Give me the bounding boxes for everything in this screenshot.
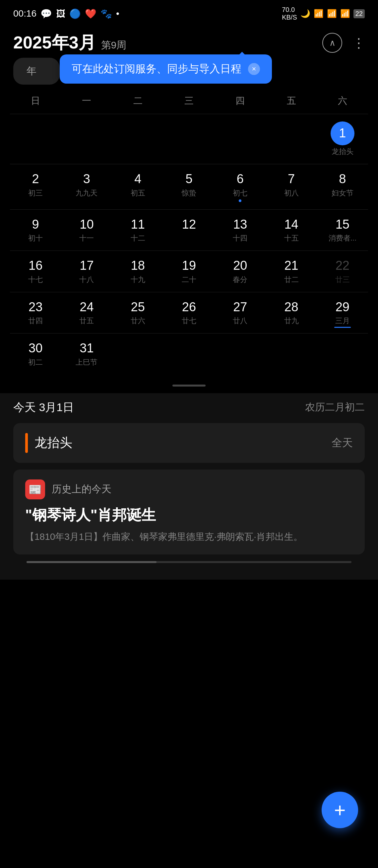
event-time: 全天: [332, 436, 353, 450]
day-lunar: 廿四: [28, 316, 43, 326]
day-empty: [317, 338, 368, 370]
day-mar-16[interactable]: 16 十七: [10, 255, 61, 287]
day-mar-22[interactable]: 22 廿三: [317, 255, 368, 287]
day-mar-26[interactable]: 26 廿七: [164, 297, 214, 329]
day-mar-13[interactable]: 13 十四: [214, 214, 266, 246]
header-actions: ∧ ⋮: [322, 33, 365, 53]
event-card-longtoitou[interactable]: 龙抬头 全天: [13, 423, 365, 463]
day-mar-10[interactable]: 10 十一: [61, 214, 112, 246]
weekday-thu: 四: [214, 91, 266, 111]
history-icon: 📰: [25, 479, 45, 499]
day-number: 27: [233, 300, 247, 315]
day-mar-28[interactable]: 28 廿九: [266, 297, 317, 329]
day-mar-15[interactable]: 15 消费者...: [317, 214, 368, 246]
year-selector[interactable]: 年: [13, 58, 60, 85]
day-number: 4: [134, 172, 141, 187]
day-mar-2[interactable]: 2 初三: [10, 169, 61, 205]
day-mar-27[interactable]: 27 廿八: [214, 297, 266, 329]
day-mar-30[interactable]: 30 初二: [10, 338, 61, 370]
day-empty: [214, 338, 266, 370]
day-mar-21[interactable]: 21 廿二: [266, 255, 317, 287]
day-mar-8[interactable]: 8 妇女节: [317, 169, 368, 205]
day-lunar: 廿九: [284, 316, 299, 326]
weekday-fri: 五: [266, 91, 317, 111]
day-lunar: 三月: [335, 316, 350, 326]
drag-handle[interactable]: [0, 378, 378, 393]
day-lunar: 二十: [182, 275, 196, 285]
year-month-label: 2025年3月: [13, 31, 96, 54]
today-header: 今天 3月1日 农历二月初二: [13, 400, 365, 415]
day-mar-12[interactable]: 12: [164, 214, 214, 246]
signal1-icon: 📶: [327, 9, 337, 18]
day-number: 3: [83, 172, 90, 187]
day-mar-9[interactable]: 9 初十: [10, 214, 61, 246]
more-button[interactable]: ⋮: [352, 36, 365, 50]
day-number: 18: [131, 258, 145, 273]
weekday-wed: 三: [164, 91, 214, 111]
day-mar-29[interactable]: 29 三月: [317, 297, 368, 329]
day-mar-4[interactable]: 4 初五: [112, 169, 164, 205]
event-left: 龙抬头: [25, 433, 72, 453]
day-number: 2: [32, 172, 39, 187]
event-title: 龙抬头: [34, 434, 72, 451]
day-mar-24[interactable]: 24 廿五: [61, 297, 112, 329]
week-row-2: 2 初三 3 九九天 4 初五 5 惊蛰 6 初七 7 初八 8 妇女节: [10, 164, 368, 209]
day-lunar: 初二: [28, 358, 43, 367]
tooltip-close-button[interactable]: ×: [248, 63, 260, 75]
day-number: 20: [233, 258, 247, 273]
bottom-scrollbar[interactable]: [27, 561, 351, 563]
day-lunar: 十八: [79, 275, 94, 285]
day-mar-17[interactable]: 17 十八: [61, 255, 112, 287]
event-dot: [239, 199, 241, 202]
history-card[interactable]: 📰 历史上的今天 "钢琴诗人"肖邦诞生 【1810年3月1日】作曲家、钢琴家弗里…: [13, 469, 365, 554]
day-number: 12: [182, 217, 196, 232]
today-label: 今天 3月1日: [13, 400, 74, 415]
day-lunar: 妇女节: [332, 188, 353, 198]
day-number: 16: [29, 258, 42, 273]
bottom-panel: 今天 3月1日 农历二月初二 龙抬头 全天 📰 历史上的今天 "钢琴诗人"肖邦诞…: [0, 393, 378, 580]
day-mar-5[interactable]: 5 惊蛰: [164, 169, 214, 205]
dot-icon: •: [116, 8, 119, 19]
day-lunar: 廿七: [182, 316, 196, 326]
day-empty: [112, 338, 164, 370]
day-mar-6[interactable]: 6 初七: [214, 169, 266, 205]
day-number: 17: [79, 258, 94, 273]
day-mar-3[interactable]: 3 九九天: [61, 169, 112, 205]
calendar-grid: 日 一 二 三 四 五 六 1 龙抬头 2 初三 3 九九天 4 初五: [0, 88, 378, 375]
day-lunar: 廿三: [335, 275, 350, 285]
day-mar-20[interactable]: 20 春分: [214, 255, 266, 287]
day-number: 9: [32, 217, 39, 232]
day-mar-14[interactable]: 14 十五: [266, 214, 317, 246]
chevron-up-icon: ∧: [329, 38, 336, 48]
day-mar-23[interactable]: 23 廿四: [10, 297, 61, 329]
selected-underline: [334, 327, 351, 328]
wifi-icon: 📶: [314, 9, 323, 18]
history-description: 【1810年3月1日】作曲家、钢琴家弗里德里克·弗朗索瓦·肖邦出生。: [25, 530, 353, 545]
event-color-bar: [25, 433, 28, 453]
day-number: 8: [339, 172, 346, 187]
day-number: 25: [131, 300, 145, 315]
day-lunar: 消费者...: [329, 233, 356, 243]
day-mar-19[interactable]: 19 二十: [164, 255, 214, 287]
weekday-sun: 日: [10, 91, 61, 111]
add-event-fab[interactable]: +: [322, 792, 358, 828]
day-number: 30: [29, 341, 42, 356]
day-mar-11[interactable]: 11 十二: [112, 214, 164, 246]
day-lunar: 廿八: [233, 316, 247, 326]
day-lunar: 十五: [284, 233, 299, 243]
app-icon: 🔵: [69, 8, 81, 19]
day-lunar: 十二: [131, 233, 145, 243]
status-left: 00:16 💬 🖼 🔵 ❤️ 🐾 •: [13, 8, 119, 19]
day-mar-25[interactable]: 25 廿六: [112, 297, 164, 329]
collapse-button[interactable]: ∧: [322, 33, 342, 53]
day-mar-1[interactable]: 1 龙抬头: [317, 119, 368, 159]
day-mar-7[interactable]: 7 初八: [266, 169, 317, 205]
day-mar-18[interactable]: 18 十九: [112, 255, 164, 287]
day-number: 13: [233, 217, 247, 232]
day-lunar: 初十: [28, 233, 43, 243]
day-mar-31[interactable]: 31 上巳节: [61, 338, 112, 370]
day-lunar: 初三: [28, 188, 43, 198]
week-number-label: 第9周: [101, 38, 127, 52]
weekday-sat: 六: [317, 91, 368, 111]
battery-indicator: 22: [353, 9, 365, 18]
